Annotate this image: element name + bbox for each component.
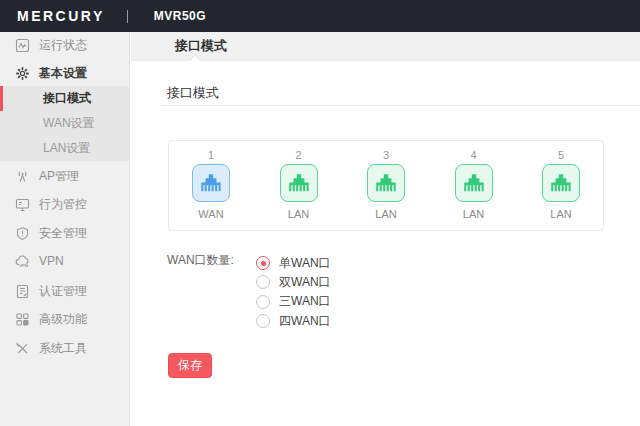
page-header-bar: 接口模式 — [131, 32, 640, 61]
wan-count-label: WAN口数量: — [167, 252, 234, 269]
port-label: WAN — [198, 208, 223, 220]
ethernet-port-icon — [542, 164, 580, 202]
monitor-icon — [15, 197, 30, 212]
section-title: 接口模式 — [167, 84, 219, 102]
sidebar-item-label: 基本设置 — [39, 65, 87, 82]
submenu-item-lan-settings[interactable]: LAN设置 — [0, 136, 130, 161]
submenu-item-label: 接口模式 — [43, 91, 91, 105]
submenu-item-wan-settings[interactable]: WAN设置 — [0, 111, 130, 136]
brand-logo: MERCURY — [17, 8, 105, 24]
ethernet-port-icon — [280, 164, 318, 202]
submenu-item-interface-mode[interactable]: 接口模式 — [0, 86, 130, 111]
submenu-item-label: LAN设置 — [43, 141, 90, 155]
wan-count-radio-group: 单WAN口 双WAN口 三WAN口 四WAN口 — [256, 256, 331, 334]
sidebar-item-label: VPN — [39, 254, 64, 268]
radio-option-single-wan[interactable]: 单WAN口 — [256, 256, 331, 270]
sidebar-item-label: 安全管理 — [39, 225, 87, 242]
radio-option-label[interactable]: 双WAN口 — [279, 274, 331, 291]
main-content: 接口模式 1 WAN 2 LAN 3 LAN 4 — [131, 61, 640, 426]
radio-option-dual-wan[interactable]: 双WAN口 — [256, 275, 331, 289]
sidebar-item-system-tools[interactable]: 系统工具 — [0, 337, 130, 359]
port-label: LAN — [375, 208, 396, 220]
port-2-lan: 2 LAN — [277, 149, 321, 230]
radio-option-quad-wan[interactable]: 四WAN口 — [256, 314, 331, 328]
sidebar-item-behavior-control[interactable]: 行为管控 — [0, 193, 130, 215]
port-label: LAN — [463, 208, 484, 220]
sidebar-item-vpn[interactable]: VPN VPN — [0, 250, 130, 272]
sidebar-item-advanced-functions[interactable]: 高级功能 — [0, 308, 130, 330]
tools-icon — [15, 341, 30, 356]
radio-button[interactable] — [256, 314, 270, 328]
document-check-icon — [15, 284, 30, 299]
topbar-divider — [127, 10, 128, 23]
device-model: MVR50G — [154, 9, 206, 23]
svg-text:VPN: VPN — [19, 263, 28, 268]
port-1-wan: 1 WAN — [189, 149, 233, 230]
shield-icon — [15, 226, 30, 241]
ethernet-port-icon — [192, 164, 230, 202]
save-button[interactable]: 保存 — [168, 353, 212, 378]
basic-settings-submenu: 接口模式 WAN设置 LAN设置 — [0, 86, 130, 161]
ethernet-port-icon — [455, 164, 493, 202]
topbar: MERCURY MVR50G — [0, 0, 640, 32]
port-number: 2 — [295, 149, 301, 163]
port-3-lan: 3 LAN — [364, 149, 408, 230]
sidebar-item-running-status[interactable]: 运行状态 — [0, 34, 130, 56]
cloud-vpn-icon: VPN — [15, 254, 30, 269]
gear-icon — [15, 66, 30, 81]
port-number: 4 — [470, 149, 476, 163]
port-label: LAN — [550, 208, 571, 220]
port-4-lan: 4 LAN — [452, 149, 496, 230]
sidebar-item-security-management[interactable]: 安全管理 — [0, 222, 130, 244]
port-label: LAN — [288, 208, 309, 220]
sidebar-item-label: 行为管控 — [39, 196, 87, 213]
ethernet-port-icon — [367, 164, 405, 202]
port-number: 5 — [558, 149, 564, 163]
radio-option-triple-wan[interactable]: 三WAN口 — [256, 295, 331, 309]
antenna-icon — [15, 169, 30, 184]
radio-option-label[interactable]: 四WAN口 — [279, 313, 331, 330]
sidebar-item-label: 系统工具 — [39, 340, 87, 357]
sidebar-item-ap-management[interactable]: AP管理 — [0, 165, 130, 187]
submenu-item-label: WAN设置 — [43, 116, 95, 130]
sidebar-item-label: 高级功能 — [39, 311, 87, 328]
sidebar-item-basic-settings[interactable]: 基本设置 — [0, 62, 130, 84]
radio-option-label[interactable]: 三WAN口 — [279, 293, 331, 310]
radio-button[interactable] — [256, 295, 270, 309]
sidebar-item-label: AP管理 — [39, 168, 79, 185]
sidebar: 运行状态 基本设置 接口模式 WAN设置 LAN设置 — [0, 32, 130, 426]
port-status-panel: 1 WAN 2 LAN 3 LAN 4 LAN — [168, 140, 604, 231]
sidebar-item-label: 认证管理 — [39, 283, 87, 300]
radio-button[interactable] — [256, 256, 270, 270]
port-number: 3 — [383, 149, 389, 163]
port-5-lan: 5 LAN — [539, 149, 583, 230]
radio-button[interactable] — [256, 275, 270, 289]
page-title: 接口模式 — [175, 32, 227, 60]
port-number: 1 — [208, 149, 214, 163]
sidebar-item-label: 运行状态 — [39, 37, 87, 54]
radio-option-label[interactable]: 单WAN口 — [279, 255, 331, 272]
sidebar-item-auth-management[interactable]: 认证管理 — [0, 280, 130, 302]
grid-icon — [15, 312, 30, 327]
section-divider — [162, 105, 640, 106]
activity-icon — [15, 38, 30, 53]
